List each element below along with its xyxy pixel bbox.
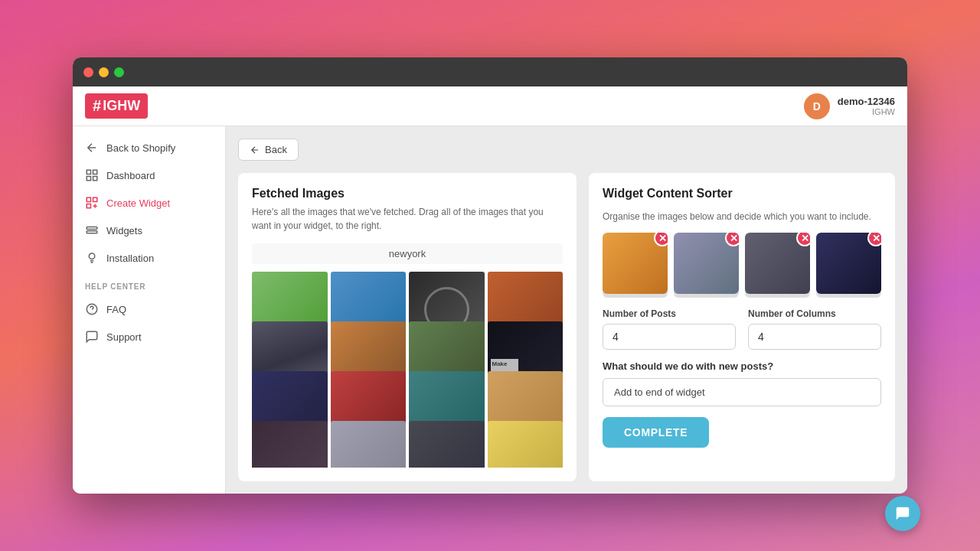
sidebar-item-dashboard[interactable]: Dashboard <box>73 161 225 189</box>
svg-rect-0 <box>87 170 90 174</box>
sidebar-item-back-to-shopify[interactable]: Back to Shopify <box>73 134 225 161</box>
main-area: Back to Shopify Dashboard <box>73 126 907 494</box>
browser-titlebar <box>73 57 907 86</box>
app-container: # IGHW D demo-12346 IGHW <box>73 86 907 494</box>
num-columns-input[interactable] <box>748 324 881 350</box>
back-button[interactable]: Back <box>238 139 299 161</box>
left-panel-desc: Here's all the images that we've fetched… <box>252 205 563 233</box>
grid-img-13[interactable] <box>252 421 328 468</box>
dot-minimize[interactable] <box>99 67 109 77</box>
sidebar: Back to Shopify Dashboard <box>73 126 226 494</box>
svg-rect-7 <box>87 227 97 230</box>
panels: Fetched Images Here's all the images tha… <box>238 173 895 481</box>
content-area: Back Fetched Images Here's all the image… <box>226 126 907 494</box>
new-posts-question: What should we do with new posts? <box>603 360 881 372</box>
back-arrow-icon <box>250 145 260 155</box>
svg-rect-5 <box>93 197 97 201</box>
user-info: demo-12346 IGHW <box>838 96 895 116</box>
sidebar-item-widgets[interactable]: Widgets <box>73 217 225 244</box>
num-posts-label: Number of Posts <box>603 308 736 319</box>
sidebar-item-installation[interactable]: Installation <box>73 244 225 272</box>
chat-bubble-icon <box>894 505 911 522</box>
svg-rect-3 <box>93 177 97 181</box>
image-grid: Make <box>252 272 563 468</box>
sidebar-item-create-widget[interactable]: Create Widget <box>73 189 225 217</box>
num-columns-label: Number of Columns <box>748 308 881 319</box>
svg-rect-2 <box>87 177 90 181</box>
svg-rect-6 <box>87 204 90 208</box>
chat-icon <box>85 330 99 344</box>
num-columns-group: Number of Columns <box>748 308 881 350</box>
grid-img-16[interactable] <box>488 421 564 468</box>
selected-image-4[interactable]: ✕ <box>816 233 881 298</box>
dot-maximize[interactable] <box>114 67 124 77</box>
help-section-label: HELP CENTER <box>73 272 225 295</box>
app-layout: # IGHW D demo-12346 IGHW <box>73 86 907 494</box>
logo-hash: # <box>93 97 101 115</box>
svg-rect-8 <box>87 231 97 233</box>
arrow-left-icon <box>85 141 99 155</box>
top-bar: # IGHW D demo-12346 IGHW <box>73 86 907 126</box>
right-panel: Widget Content Sorter Organise the image… <box>589 173 895 481</box>
svg-rect-4 <box>87 197 90 201</box>
grid-img-14[interactable] <box>331 421 407 468</box>
user-area: D demo-12346 IGHW <box>804 93 895 119</box>
avatar: D <box>804 93 830 119</box>
sidebar-item-support[interactable]: Support <box>73 323 225 350</box>
dot-close[interactable] <box>83 67 93 77</box>
right-panel-desc: Organise the images below and decide whi… <box>603 211 881 222</box>
sidebar-label-widgets: Widgets <box>106 225 142 236</box>
grid-icon <box>85 168 99 182</box>
complete-section: COMPLETE <box>603 417 881 448</box>
user-name: demo-12346 <box>838 96 895 107</box>
logo: # IGHW <box>85 93 148 119</box>
selected-image-2[interactable]: ✕ <box>674 233 739 298</box>
grid-img-15[interactable] <box>409 421 485 468</box>
num-posts-input[interactable] <box>603 324 736 350</box>
chat-button[interactable] <box>885 496 920 531</box>
right-panel-title: Widget Content Sorter <box>603 187 881 201</box>
selected-image-3[interactable]: ✕ <box>745 233 810 298</box>
back-button-label: Back <box>265 144 287 155</box>
bulb-icon <box>85 251 99 265</box>
tag-filter[interactable]: newyork <box>252 243 563 264</box>
sidebar-label-back: Back to Shopify <box>106 142 175 154</box>
sidebar-label-faq: FAQ <box>106 304 126 315</box>
sidebar-item-faq[interactable]: FAQ <box>73 295 225 323</box>
sidebar-label-create-widget: Create Widget <box>106 197 170 209</box>
stack-icon <box>85 223 99 237</box>
sidebar-label-dashboard: Dashboard <box>106 170 155 181</box>
selected-images: ✕ ✕ ✕ <box>603 233 881 298</box>
logo-brand: IGHW <box>103 98 140 114</box>
plus-grid-icon <box>85 196 99 210</box>
question-icon <box>85 302 99 316</box>
browser-dots <box>83 67 124 77</box>
svg-point-9 <box>89 253 95 259</box>
num-posts-group: Number of Posts <box>603 308 736 350</box>
left-panel: Fetched Images Here's all the images tha… <box>238 173 577 481</box>
svg-rect-1 <box>93 170 97 174</box>
new-posts-section: What should we do with new posts? Add to… <box>603 360 881 406</box>
user-sub: IGHW <box>838 107 895 116</box>
complete-button[interactable]: COMPLETE <box>603 417 709 448</box>
sidebar-label-support: Support <box>106 331 142 343</box>
selected-image-1[interactable]: ✕ <box>603 233 668 298</box>
form-row-posts-columns: Number of Posts Number of Columns <box>603 308 881 350</box>
left-panel-title: Fetched Images <box>252 187 563 201</box>
sidebar-label-installation: Installation <box>106 253 154 264</box>
new-posts-option[interactable]: Add to end of widget <box>603 378 881 406</box>
